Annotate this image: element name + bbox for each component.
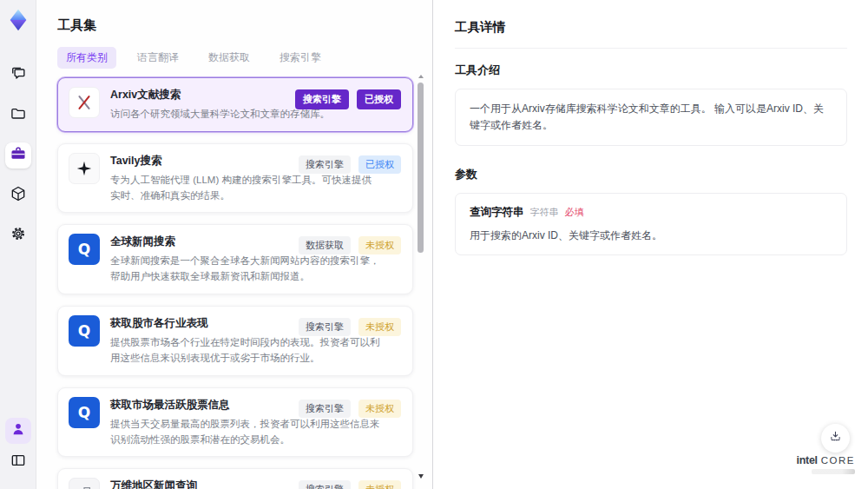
cube-icon (10, 185, 27, 206)
chat-icon (10, 65, 27, 86)
scrollbar-thumb[interactable] (418, 83, 424, 253)
category-badge: 搜索引擎 (295, 89, 349, 109)
page-title: 工具集 (57, 17, 413, 34)
auth-status-badge: 已授权 (358, 155, 401, 174)
parameter-name: 查询字符串 (470, 205, 524, 220)
news-q-icon: Q (69, 234, 100, 265)
tool-description: 专为人工智能代理 (LLM) 构建的搜索引擎工具。可快速提供实时、准确和真实的结… (110, 173, 381, 204)
scroll-down-arrow-icon[interactable] (418, 474, 424, 479)
download-button[interactable] (821, 424, 850, 453)
news-q-icon: Q (69, 397, 100, 428)
intel-badge-underline (812, 469, 855, 474)
sidebar-nav (5, 63, 31, 262)
parameter-description: 用于搜索的Arxiv ID、关键字或作者姓名。 (470, 228, 832, 243)
detail-title: 工具详情 (455, 19, 847, 36)
tool-detail-panel: 工具详情 工具介绍 一个用于从Arxiv存储库搜索科学论文和文章的工具。 输入可… (434, 0, 868, 489)
auth-status-badge: 未授权 (358, 318, 401, 336)
tool-intro-text: 一个用于从Arxiv存储库搜索科学论文和文章的工具。 输入可以是Arxiv ID… (470, 102, 824, 131)
category-badge: 搜索引擎 (299, 480, 351, 489)
auth-status-badge: 未授权 (358, 236, 401, 254)
divider (455, 48, 847, 49)
sidebar-item-tools[interactable] (5, 142, 31, 169)
tool-description: 提供当天交易量最高的股票列表，投资者可以利用这些信息来识别流动性强的股票和潜在的… (110, 417, 381, 448)
download-icon (828, 429, 843, 447)
collapse-sidebar-button[interactable] (5, 449, 31, 475)
core-wordmark: CORE (821, 455, 855, 466)
briefcase-icon (10, 145, 27, 166)
tab-language-translation[interactable]: 语言翻译 (128, 47, 187, 69)
tool-card[interactable]: Q获取股市各行业表现提供股票市场各个行业在特定时间段内的表现。投资者可以利用这些… (57, 306, 413, 376)
tool-list: Arxiv文献搜索访问各个研究领域大量科学论文和文章的存储库。搜索引擎已授权Ta… (57, 77, 413, 489)
tool-description: 全球新闻搜索是一个聚合全球各大新闻网站内容的搜索引擎，帮助用户快速获取全球最新资… (110, 254, 381, 285)
list-scrollbar[interactable] (418, 75, 424, 479)
parameter-card: 查询字符串 字符串 必填 用于搜索的Arxiv ID、关键字或作者姓名。 (455, 193, 847, 255)
building-icon (69, 478, 100, 489)
parameter-header: 查询字符串 字符串 必填 (470, 205, 832, 220)
panel-layout-icon (10, 452, 27, 472)
tool-card[interactable]: Tavily搜索专为人工智能代理 (LLM) 构建的搜索引擎工具。可快速提供实时… (57, 143, 413, 214)
category-tabs: 所有类别语言翻译数据获取搜索引擎 (57, 47, 413, 68)
app-window: 工具集 所有类别语言翻译数据获取搜索引擎 Arxiv文献搜索访问各个研究领域大量… (0, 0, 868, 489)
news-q-icon: Q (69, 315, 100, 347)
tool-card[interactable]: 万维地区新闻查询查询具体行政区划内的新闻，快速了解各地新闻动搜索引擎未授权 (57, 468, 413, 489)
scroll-up-arrow-icon[interactable] (418, 75, 424, 78)
parameter-required-badge: 必填 (565, 206, 584, 219)
sidebar-item-files[interactable] (5, 102, 31, 129)
sidebar-item-models[interactable] (5, 182, 31, 208)
tab-data-acquisition[interactable]: 数据获取 (200, 47, 259, 69)
user-avatar[interactable] (5, 418, 31, 444)
category-badge: 搜索引擎 (299, 400, 351, 418)
auth-status-badge: 已授权 (357, 89, 401, 109)
tavily-star-icon (69, 153, 100, 184)
intel-core-logo: intelCORE (797, 454, 855, 474)
tab-all-categories[interactable]: 所有类别 (57, 47, 116, 69)
user-icon (10, 420, 27, 441)
tool-list-panel: 工具集 所有类别语言翻译数据获取搜索引擎 Arxiv文献搜索访问各个研究领域大量… (36, 0, 433, 489)
intro-heading: 工具介绍 (455, 63, 847, 78)
parameter-type: 字符串 (530, 206, 559, 219)
category-badge: 数据获取 (299, 236, 351, 254)
tool-description: 提供股票市场各个行业在特定时间段内的表现。投资者可以利用这些信息来识别表现优于或… (110, 335, 381, 367)
tool-card[interactable]: Arxiv文献搜索访问各个研究领域大量科学论文和文章的存储库。搜索引擎已授权 (57, 77, 413, 132)
category-badge: 搜索引擎 (299, 155, 351, 174)
tool-card[interactable]: Q获取市场最活跃股票信息提供当天交易量最高的股票列表，投资者可以利用这些信息来识… (57, 387, 413, 458)
params-heading: 参数 (455, 167, 847, 182)
tool-intro-card: 一个用于从Arxiv存储库搜索科学论文和文章的工具。 输入可以是Arxiv ID… (455, 89, 847, 146)
category-badge: 搜索引擎 (299, 318, 351, 336)
sidebar (0, 0, 36, 489)
auth-status-badge: 未授权 (358, 400, 401, 418)
arxiv-logo-icon (69, 87, 100, 118)
folder-icon (10, 105, 27, 126)
tool-card[interactable]: Q全球新闻搜索全球新闻搜索是一个聚合全球各大新闻网站内容的搜索引擎，帮助用户快速… (57, 224, 413, 294)
gear-icon (10, 225, 27, 246)
auth-status-badge: 未授权 (358, 480, 401, 489)
intel-wordmark: intel (797, 454, 818, 466)
sidebar-bottom (5, 418, 31, 480)
tab-search-engine[interactable]: 搜索引擎 (271, 47, 330, 69)
sidebar-item-chat[interactable] (5, 63, 31, 89)
app-logo (5, 7, 31, 33)
sidebar-item-settings[interactable] (5, 222, 31, 248)
